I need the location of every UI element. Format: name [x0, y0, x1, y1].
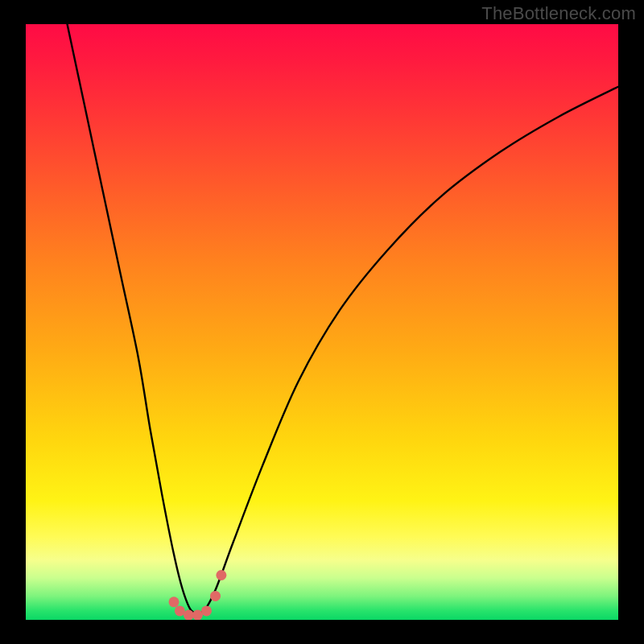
- curve-marker: [210, 591, 221, 601]
- bottleneck-curve: [68, 24, 618, 613]
- curve-marker: [169, 597, 180, 607]
- curve-marker: [201, 605, 212, 616]
- plot-area: [26, 24, 618, 620]
- chart-frame: TheBottleneck.com: [0, 0, 644, 644]
- watermark-text: TheBottleneck.com: [481, 3, 636, 24]
- curve-marker: [175, 605, 185, 616]
- chart-svg: [26, 24, 618, 620]
- curve-marker: [216, 570, 226, 580]
- curve-marker: [192, 610, 203, 620]
- curve-markers: [169, 570, 227, 620]
